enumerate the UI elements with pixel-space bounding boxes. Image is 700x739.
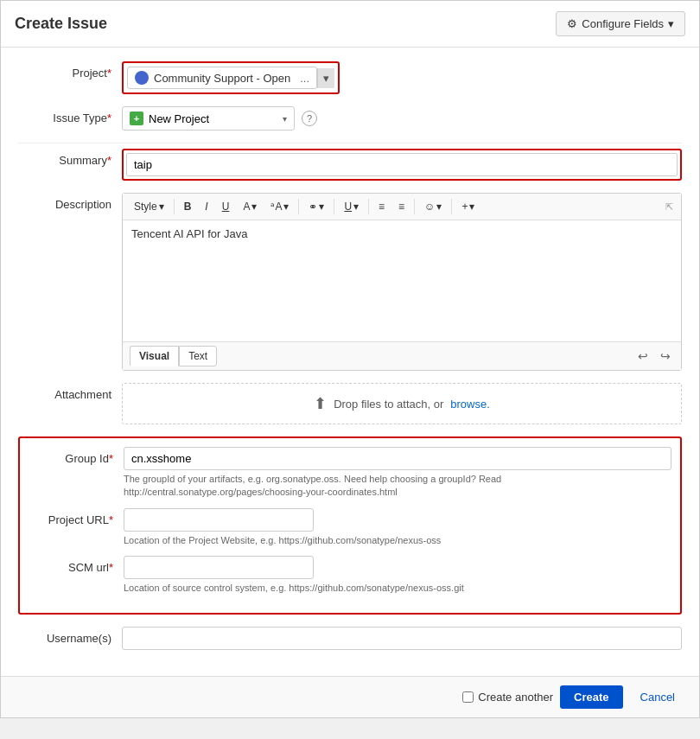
project-url-row: Project URL* Location of the Project Web…	[29, 508, 671, 547]
username-field	[122, 627, 682, 650]
project-row: Project* Community Support - Open ... ▾	[18, 61, 682, 94]
add-arrow-icon: ▾	[469, 201, 474, 213]
attachment-label: Attachment	[18, 383, 122, 401]
toolbar-sep-3	[334, 199, 334, 214]
tab-visual[interactable]: Visual	[130, 346, 179, 366]
description-content[interactable]: Tencent AI API for Java	[123, 220, 681, 341]
scm-url-field: Location of source control system, e.g. …	[124, 556, 671, 595]
toolbar-sep-5	[414, 199, 415, 214]
issue-type-select[interactable]: + New Project ▾	[122, 106, 295, 131]
dialog-title: Create Issue	[15, 15, 107, 33]
font-color-btn[interactable]: A ▾	[237, 197, 263, 216]
attachment-row: Attachment ⬆ Drop files to attach, or br…	[18, 383, 682, 424]
attachment-drop-zone[interactable]: ⬆ Drop files to attach, or browse.	[122, 383, 682, 424]
issue-type-controls: + New Project ▾ ?	[122, 106, 682, 131]
style-dropdown-btn[interactable]: Style ▾	[128, 197, 170, 216]
group-id-hint: The groupId of your artifacts, e.g. org.…	[124, 473, 671, 500]
red-bordered-section: Group Id* The groupId of your artifacts,…	[18, 436, 682, 615]
project-select-wrapper: Community Support - Open ... ▾	[122, 61, 340, 94]
summary-row: Summary*	[18, 149, 682, 181]
font-color-arrow-icon: ▾	[251, 201, 257, 213]
text-format-arrow-icon: ▾	[283, 201, 289, 213]
undo-btn[interactable]: ↩	[634, 347, 652, 365]
editor-toolbar: Style ▾ B I U A ▾ ᵃA ▾	[123, 194, 681, 220]
divider-1	[18, 143, 682, 143]
scm-url-hint: Location of source control system, e.g. …	[124, 582, 671, 595]
group-id-field: The groupId of your artifacts, e.g. org.…	[124, 447, 671, 500]
attachment-field: ⬆ Drop files to attach, or browse.	[122, 383, 682, 424]
issue-type-row: Issue Type* + New Project ▾ ?	[18, 106, 682, 131]
summary-wrapper	[122, 149, 682, 181]
group-id-row: Group Id* The groupId of your artifacts,…	[29, 447, 671, 500]
description-editor: Style ▾ B I U A ▾ ᵃA ▾	[122, 193, 682, 371]
project-label: Project*	[18, 61, 122, 80]
configure-fields-button[interactable]: ⚙ Configure Fields ▾	[556, 11, 685, 36]
scm-url-row: SCM url* Location of source control syst…	[29, 556, 671, 595]
upload-icon: ⬆	[314, 394, 327, 413]
browse-link[interactable]: browse.	[450, 398, 490, 411]
bold-btn[interactable]: B	[178, 197, 198, 216]
summary-input[interactable]	[126, 153, 678, 176]
new-project-icon: +	[130, 111, 143, 125]
underline-btn[interactable]: U	[216, 197, 236, 216]
tab-text[interactable]: Text	[179, 346, 217, 366]
toolbar-sep-6	[451, 199, 452, 214]
description-row: Description Style ▾ B I U A ▾	[18, 193, 682, 371]
project-dropdown-arrow[interactable]: ▾	[317, 68, 334, 88]
editor-footer: Visual Text ↩ ↪	[123, 341, 681, 370]
text-format-btn[interactable]: ᵃA ▾	[264, 197, 295, 216]
description-label: Description	[18, 193, 122, 211]
group-id-label: Group Id*	[29, 447, 124, 465]
create-another-label[interactable]: Create another	[462, 691, 553, 704]
dialog-footer: Create another Create Cancel	[1, 676, 699, 717]
scm-url-input[interactable]	[124, 556, 314, 579]
issue-type-field: + New Project ▾ ?	[122, 106, 682, 131]
link-btn[interactable]: ⚭ ▾	[302, 197, 330, 216]
project-url-field: Location of the Project Website, e.g. ht…	[124, 508, 671, 547]
redo-btn[interactable]: ↪	[657, 347, 674, 365]
issue-type-arrow: ▾	[283, 114, 287, 124]
issue-type-label: Issue Type*	[18, 106, 122, 124]
summary-field	[122, 149, 682, 181]
italic-btn[interactable]: I	[199, 197, 213, 216]
style-arrow-icon: ▾	[159, 201, 164, 213]
editor-tabs: Visual Text	[130, 346, 217, 366]
chevron-down-icon: ▾	[668, 17, 674, 30]
globe-icon	[135, 71, 149, 85]
project-url-label: Project URL*	[29, 508, 124, 526]
group-id-input[interactable]	[124, 447, 671, 470]
username-row: Username(s)	[18, 627, 682, 650]
dialog-body: Project* Community Support - Open ... ▾ …	[1, 48, 699, 676]
toolbar-sep-1	[174, 199, 175, 214]
list-number-btn[interactable]: ≡	[392, 197, 410, 216]
create-another-checkbox[interactable]	[462, 691, 474, 703]
editor-actions: ↩ ↪	[634, 347, 674, 365]
expand-btn[interactable]: ⇱	[663, 199, 676, 215]
list-bullet-btn[interactable]: ≡	[372, 197, 391, 216]
project-field: Community Support - Open ... ▾	[122, 61, 682, 94]
underline-more-btn[interactable]: U ▾	[338, 197, 365, 216]
scm-url-label: SCM url*	[29, 556, 124, 574]
create-issue-dialog: Create Issue ⚙ Configure Fields ▾ Projec…	[0, 0, 700, 718]
gear-icon: ⚙	[567, 17, 577, 30]
project-select[interactable]: Community Support - Open ...	[127, 67, 317, 89]
project-url-hint: Location of the Project Website, e.g. ht…	[124, 534, 671, 547]
username-input[interactable]	[122, 627, 682, 650]
add-btn[interactable]: + ▾	[455, 197, 480, 216]
issue-type-help-icon[interactable]: ?	[302, 111, 317, 126]
create-button[interactable]: Create	[560, 685, 622, 709]
cancel-button[interactable]: Cancel	[630, 685, 685, 709]
emoji-arrow-icon: ▾	[436, 201, 442, 213]
emoji-btn[interactable]: ☺ ▾	[418, 197, 448, 216]
username-label: Username(s)	[18, 627, 122, 645]
summary-label: Summary*	[18, 149, 122, 167]
toolbar-sep-2	[298, 199, 299, 214]
project-url-input[interactable]	[124, 508, 314, 532]
link-arrow-icon: ▾	[319, 201, 324, 213]
toolbar-sep-4	[368, 199, 369, 214]
dialog-header: Create Issue ⚙ Configure Fields ▾	[1, 1, 699, 48]
underline-arrow-icon: ▾	[353, 201, 359, 213]
